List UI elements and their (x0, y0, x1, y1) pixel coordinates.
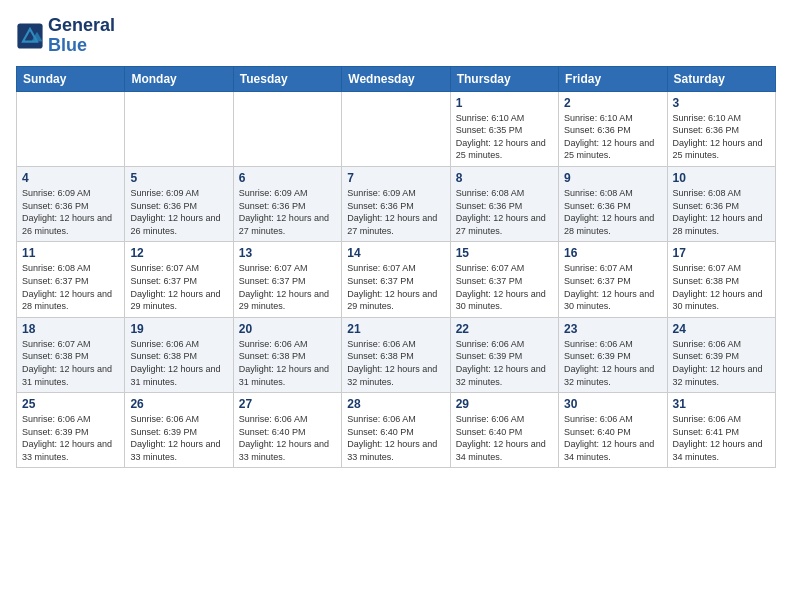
day-info: Sunrise: 6:06 AMSunset: 6:39 PMDaylight:… (564, 338, 661, 388)
page-header: General Blue (16, 16, 776, 56)
day-info: Sunrise: 6:07 AMSunset: 6:38 PMDaylight:… (22, 338, 119, 388)
calendar-cell: 2Sunrise: 6:10 AMSunset: 6:36 PMDaylight… (559, 91, 667, 166)
calendar-cell: 17Sunrise: 6:07 AMSunset: 6:38 PMDayligh… (667, 242, 775, 317)
calendar-cell (125, 91, 233, 166)
calendar-cell: 14Sunrise: 6:07 AMSunset: 6:37 PMDayligh… (342, 242, 450, 317)
logo-text: General Blue (48, 16, 115, 56)
calendar-cell: 23Sunrise: 6:06 AMSunset: 6:39 PMDayligh… (559, 317, 667, 392)
weekday-header: Tuesday (233, 66, 341, 91)
day-number: 5 (130, 171, 227, 185)
day-info: Sunrise: 6:06 AMSunset: 6:38 PMDaylight:… (347, 338, 444, 388)
day-number: 4 (22, 171, 119, 185)
day-number: 15 (456, 246, 553, 260)
day-number: 6 (239, 171, 336, 185)
day-number: 12 (130, 246, 227, 260)
weekday-header: Sunday (17, 66, 125, 91)
day-info: Sunrise: 6:10 AMSunset: 6:36 PMDaylight:… (564, 112, 661, 162)
calendar-cell: 19Sunrise: 6:06 AMSunset: 6:38 PMDayligh… (125, 317, 233, 392)
calendar-cell: 24Sunrise: 6:06 AMSunset: 6:39 PMDayligh… (667, 317, 775, 392)
calendar-cell (17, 91, 125, 166)
logo: General Blue (16, 16, 115, 56)
calendar-cell: 5Sunrise: 6:09 AMSunset: 6:36 PMDaylight… (125, 166, 233, 241)
day-number: 24 (673, 322, 770, 336)
day-info: Sunrise: 6:08 AMSunset: 6:36 PMDaylight:… (673, 187, 770, 237)
calendar-cell: 15Sunrise: 6:07 AMSunset: 6:37 PMDayligh… (450, 242, 558, 317)
day-number: 31 (673, 397, 770, 411)
day-number: 13 (239, 246, 336, 260)
calendar-cell: 8Sunrise: 6:08 AMSunset: 6:36 PMDaylight… (450, 166, 558, 241)
day-number: 26 (130, 397, 227, 411)
calendar-cell: 18Sunrise: 6:07 AMSunset: 6:38 PMDayligh… (17, 317, 125, 392)
day-number: 14 (347, 246, 444, 260)
calendar-cell: 16Sunrise: 6:07 AMSunset: 6:37 PMDayligh… (559, 242, 667, 317)
calendar-cell: 20Sunrise: 6:06 AMSunset: 6:38 PMDayligh… (233, 317, 341, 392)
calendar-table: SundayMondayTuesdayWednesdayThursdayFrid… (16, 66, 776, 469)
calendar-cell: 26Sunrise: 6:06 AMSunset: 6:39 PMDayligh… (125, 393, 233, 468)
day-number: 11 (22, 246, 119, 260)
calendar-cell: 6Sunrise: 6:09 AMSunset: 6:36 PMDaylight… (233, 166, 341, 241)
weekday-header: Friday (559, 66, 667, 91)
day-info: Sunrise: 6:06 AMSunset: 6:40 PMDaylight:… (347, 413, 444, 463)
day-number: 19 (130, 322, 227, 336)
day-number: 27 (239, 397, 336, 411)
calendar-week-row: 18Sunrise: 6:07 AMSunset: 6:38 PMDayligh… (17, 317, 776, 392)
day-number: 22 (456, 322, 553, 336)
day-number: 17 (673, 246, 770, 260)
day-info: Sunrise: 6:07 AMSunset: 6:37 PMDaylight:… (239, 262, 336, 312)
day-number: 2 (564, 96, 661, 110)
calendar-cell: 28Sunrise: 6:06 AMSunset: 6:40 PMDayligh… (342, 393, 450, 468)
calendar-cell: 25Sunrise: 6:06 AMSunset: 6:39 PMDayligh… (17, 393, 125, 468)
day-info: Sunrise: 6:06 AMSunset: 6:41 PMDaylight:… (673, 413, 770, 463)
calendar-cell (342, 91, 450, 166)
day-info: Sunrise: 6:07 AMSunset: 6:37 PMDaylight:… (456, 262, 553, 312)
calendar-cell: 22Sunrise: 6:06 AMSunset: 6:39 PMDayligh… (450, 317, 558, 392)
day-info: Sunrise: 6:07 AMSunset: 6:37 PMDaylight:… (347, 262, 444, 312)
day-info: Sunrise: 6:06 AMSunset: 6:40 PMDaylight:… (239, 413, 336, 463)
day-info: Sunrise: 6:09 AMSunset: 6:36 PMDaylight:… (239, 187, 336, 237)
calendar-week-row: 25Sunrise: 6:06 AMSunset: 6:39 PMDayligh… (17, 393, 776, 468)
calendar-cell: 30Sunrise: 6:06 AMSunset: 6:40 PMDayligh… (559, 393, 667, 468)
calendar-header-row: SundayMondayTuesdayWednesdayThursdayFrid… (17, 66, 776, 91)
logo-icon (16, 22, 44, 50)
day-info: Sunrise: 6:06 AMSunset: 6:38 PMDaylight:… (239, 338, 336, 388)
day-info: Sunrise: 6:07 AMSunset: 6:37 PMDaylight:… (130, 262, 227, 312)
calendar-cell: 3Sunrise: 6:10 AMSunset: 6:36 PMDaylight… (667, 91, 775, 166)
day-info: Sunrise: 6:08 AMSunset: 6:36 PMDaylight:… (564, 187, 661, 237)
day-info: Sunrise: 6:06 AMSunset: 6:39 PMDaylight:… (673, 338, 770, 388)
day-info: Sunrise: 6:06 AMSunset: 6:38 PMDaylight:… (130, 338, 227, 388)
calendar-cell: 7Sunrise: 6:09 AMSunset: 6:36 PMDaylight… (342, 166, 450, 241)
day-number: 8 (456, 171, 553, 185)
day-info: Sunrise: 6:06 AMSunset: 6:40 PMDaylight:… (456, 413, 553, 463)
day-info: Sunrise: 6:07 AMSunset: 6:37 PMDaylight:… (564, 262, 661, 312)
day-number: 18 (22, 322, 119, 336)
weekday-header: Monday (125, 66, 233, 91)
calendar-cell: 1Sunrise: 6:10 AMSunset: 6:35 PMDaylight… (450, 91, 558, 166)
day-number: 30 (564, 397, 661, 411)
day-info: Sunrise: 6:06 AMSunset: 6:40 PMDaylight:… (564, 413, 661, 463)
day-info: Sunrise: 6:09 AMSunset: 6:36 PMDaylight:… (130, 187, 227, 237)
calendar-week-row: 11Sunrise: 6:08 AMSunset: 6:37 PMDayligh… (17, 242, 776, 317)
calendar-cell: 9Sunrise: 6:08 AMSunset: 6:36 PMDaylight… (559, 166, 667, 241)
day-info: Sunrise: 6:06 AMSunset: 6:39 PMDaylight:… (22, 413, 119, 463)
calendar-cell: 31Sunrise: 6:06 AMSunset: 6:41 PMDayligh… (667, 393, 775, 468)
day-number: 3 (673, 96, 770, 110)
day-number: 7 (347, 171, 444, 185)
calendar-cell: 13Sunrise: 6:07 AMSunset: 6:37 PMDayligh… (233, 242, 341, 317)
calendar-cell: 21Sunrise: 6:06 AMSunset: 6:38 PMDayligh… (342, 317, 450, 392)
day-number: 21 (347, 322, 444, 336)
day-info: Sunrise: 6:09 AMSunset: 6:36 PMDaylight:… (22, 187, 119, 237)
calendar-cell (233, 91, 341, 166)
day-info: Sunrise: 6:09 AMSunset: 6:36 PMDaylight:… (347, 187, 444, 237)
weekday-header: Saturday (667, 66, 775, 91)
day-number: 28 (347, 397, 444, 411)
day-info: Sunrise: 6:10 AMSunset: 6:35 PMDaylight:… (456, 112, 553, 162)
day-info: Sunrise: 6:08 AMSunset: 6:37 PMDaylight:… (22, 262, 119, 312)
day-info: Sunrise: 6:10 AMSunset: 6:36 PMDaylight:… (673, 112, 770, 162)
day-info: Sunrise: 6:06 AMSunset: 6:39 PMDaylight:… (456, 338, 553, 388)
calendar-week-row: 1Sunrise: 6:10 AMSunset: 6:35 PMDaylight… (17, 91, 776, 166)
day-number: 1 (456, 96, 553, 110)
calendar-cell: 27Sunrise: 6:06 AMSunset: 6:40 PMDayligh… (233, 393, 341, 468)
day-number: 29 (456, 397, 553, 411)
calendar-week-row: 4Sunrise: 6:09 AMSunset: 6:36 PMDaylight… (17, 166, 776, 241)
day-number: 9 (564, 171, 661, 185)
